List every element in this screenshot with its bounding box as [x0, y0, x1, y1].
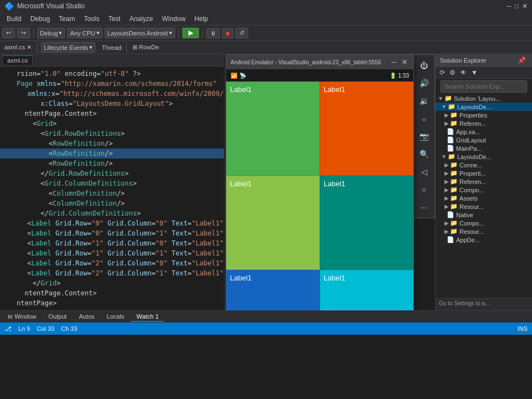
tree-solution-label: Solution 'Layou...: [454, 95, 500, 102]
tree-item-gridlayout[interactable]: 📄 GridLayout: [436, 136, 532, 144]
zoom-btn[interactable]: 🔍: [416, 146, 432, 162]
menu-analyze[interactable]: Analyze: [125, 14, 157, 24]
tree-arrow: ▶: [444, 228, 449, 234]
show-all-btn[interactable]: 👁: [458, 68, 468, 77]
tab-autos[interactable]: Autos: [73, 312, 100, 322]
code-tab-bar: axml.cs: [0, 54, 224, 66]
debug-dropdown[interactable]: Debug ▾: [37, 28, 65, 38]
lifecycle-dropdown[interactable]: Lifecycle Events ▾: [41, 42, 95, 53]
tree-item-properties[interactable]: ▶ 📁 Properties: [436, 111, 532, 119]
minimize-btn[interactable]: ─: [507, 2, 511, 10]
code-line: <RowDefinition/>: [0, 149, 224, 158]
tab-output[interactable]: Output: [43, 312, 72, 322]
tab-te-window[interactable]: te Window: [2, 312, 42, 322]
restart-btn[interactable]: ↺: [236, 28, 248, 38]
cpu-dropdown[interactable]: Any CPU ▾: [67, 28, 102, 38]
tree-folder-icon: 📁: [450, 178, 458, 185]
tree-proj-icon: 📁: [448, 103, 456, 110]
tree-item-appxaml[interactable]: 📄 App.xa...: [436, 127, 532, 136]
undo-btn[interactable]: ↩: [2, 28, 15, 38]
tree-references2-label: Referen...: [459, 178, 486, 185]
solution-explorer-title: Solution Explorer: [440, 57, 487, 64]
android-screen[interactable]: Label1 Label1 Label1 Label1 Label1: [226, 81, 413, 310]
tree-components2-label: Compo...: [459, 220, 484, 227]
code-line: rsion="1.0" encoding="utf-8" ?>: [0, 69, 224, 79]
start-btn[interactable]: ▶: [182, 28, 199, 38]
status-ln: Ln 9: [18, 325, 30, 332]
emulator-title: Android Emulator - VisualStudio_android-…: [231, 59, 381, 65]
maximize-btn[interactable]: □: [515, 2, 519, 10]
grid-cell-0-0: Label1: [226, 81, 320, 176]
filter-btn[interactable]: ▼: [469, 68, 479, 77]
tree-folder-icon: 📁: [450, 170, 458, 177]
location-btn[interactable]: ○: [416, 181, 432, 198]
menu-team[interactable]: Team: [54, 14, 79, 24]
solution-explorer-panel: Solution Explorer 📌 ⟳ ⚙ 👁 ▼ ▼ 📁 Solution…: [435, 54, 532, 310]
vol-up-btn[interactable]: 🔊: [416, 75, 432, 91]
emulator-close-btn[interactable]: ✕: [400, 58, 409, 66]
menu-build[interactable]: Build: [2, 14, 26, 24]
code-tab-axml[interactable]: axml.cs: [2, 55, 33, 65]
menu-window[interactable]: Window: [157, 14, 190, 24]
close-btn[interactable]: ✕: [522, 2, 528, 10]
tree-properties-label: Properties: [459, 112, 487, 119]
back-nav-btn[interactable]: ◁: [416, 163, 432, 180]
emulator-minimize-btn[interactable]: ─: [390, 58, 398, 66]
tree-item-references2[interactable]: ▶ 📁 Referen...: [436, 177, 532, 186]
tree-item-appdelegate[interactable]: 📄 AppDe...: [436, 236, 532, 244]
tree-connected-label: Conne...: [459, 162, 483, 168]
title-bar: 🔷 Microsoft Visual Studio ─ □ ✕: [0, 0, 532, 12]
tree-arrow: ▶: [444, 120, 449, 126]
tree-gridlayout-label: GridLayout: [456, 137, 486, 144]
tree-item-native[interactable]: 📄 Native: [436, 211, 532, 219]
tree-item-mainpage[interactable]: 📄 MainPa...: [436, 144, 532, 152]
tab-locals[interactable]: Locals: [101, 312, 130, 322]
code-line: x:Class="LayoutsDemo.GridLayout">: [0, 99, 224, 109]
tab-watch1[interactable]: Watch 1: [131, 312, 164, 322]
statusbar-right: 🔋 1:33: [390, 73, 409, 79]
grid-cell-2-1: Label1: [320, 270, 413, 310]
menu-tools[interactable]: Tools: [79, 14, 104, 24]
solution-search-input[interactable]: [441, 80, 528, 93]
tree-folder-icon: 📁: [450, 219, 458, 227]
redo-btn[interactable]: ↪: [17, 28, 30, 38]
menu-help[interactable]: Help: [190, 14, 213, 24]
tree-item-layoutsdemo2[interactable]: ▼ 📁 LayoutsDe...: [436, 152, 532, 161]
code-line: xmlns:x="http://schemas.microsoft.com/wi…: [0, 89, 224, 99]
pause-btn[interactable]: ⏸: [206, 28, 220, 38]
props-btn[interactable]: ⚙: [448, 68, 457, 77]
tree-proj2-icon: 📁: [448, 153, 456, 160]
project-dropdown[interactable]: LayoutsDemo.Android ▾: [105, 28, 175, 38]
tree-item-layoutsdemo[interactable]: ▼ 📁 LayoutsDe...: [436, 103, 532, 111]
menu-debug[interactable]: Debug: [26, 14, 54, 24]
tree-native-label: Native: [456, 212, 473, 218]
rotate-btn[interactable]: ⬦: [416, 110, 432, 127]
code-line: <Label Grid.Row="1" Grid.Column="1" Text…: [0, 248, 224, 258]
tree-item-references[interactable]: ▶ 📁 Referen...: [436, 119, 532, 127]
tree-item-components[interactable]: ▶ 📁 Compo...: [436, 186, 532, 194]
tree-item-resources2[interactable]: ▶ 📁 Resour...: [436, 227, 532, 236]
screenshot-btn[interactable]: 📷: [416, 128, 432, 145]
code-content[interactable]: rsion="1.0" encoding="utf-8" ?> Page xml…: [0, 66, 224, 310]
tree-item-connected[interactable]: ▶ 📁 Conne...: [436, 161, 532, 169]
sync-btn[interactable]: ⟳: [438, 68, 447, 77]
code-line: <ColumnDefinition/>: [0, 198, 224, 208]
more-btn[interactable]: ···: [416, 199, 432, 216]
solution-pin-btn[interactable]: 📌: [516, 56, 528, 65]
tree-item-components2[interactable]: ▶ 📁 Compo...: [436, 219, 532, 227]
tree-item-solution[interactable]: ▼ 📁 Solution 'Layou...: [436, 94, 532, 103]
tree-item-properties2[interactable]: ▶ 📁 Properti...: [436, 169, 532, 177]
tree-file-icon: 📄: [447, 236, 454, 243]
tree-arrow: ▶: [444, 178, 449, 185]
emulator-titlebar: Android Emulator - VisualStudio_android-…: [226, 55, 413, 69]
file-tab[interactable]: axml.cs ✕: [2, 44, 34, 51]
code-line: <RowDefinition/>: [0, 139, 224, 149]
stop-btn[interactable]: ■: [222, 28, 234, 38]
tree-folder-icon: 📁: [450, 228, 458, 235]
go-to-settings[interactable]: Go to Settings to a...: [436, 298, 532, 310]
power-btn[interactable]: ⏻: [416, 57, 432, 74]
vol-down-btn[interactable]: 🔉: [416, 93, 432, 109]
menu-test[interactable]: Test: [104, 14, 125, 24]
tree-item-resources[interactable]: ▶ 📁 Resour...: [436, 202, 532, 211]
tree-item-assets[interactable]: ▶ 📁 Assets: [436, 194, 532, 202]
